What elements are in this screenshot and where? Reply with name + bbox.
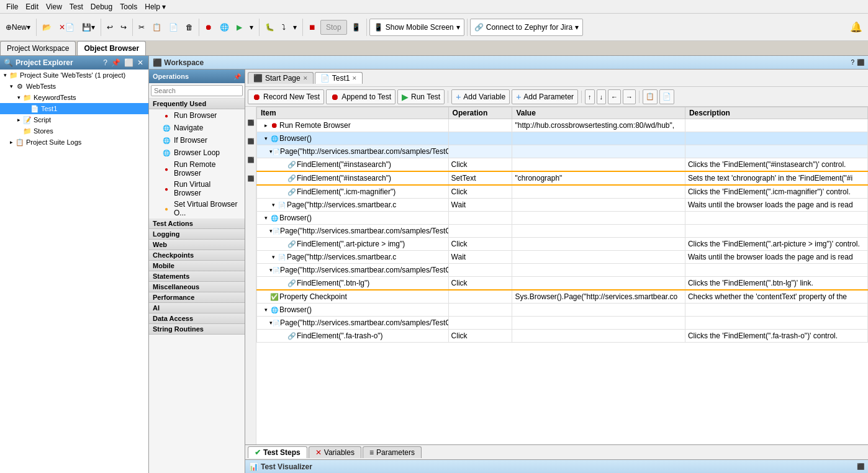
table-row[interactable]: ▾ 📄 Page("http://services.smartbear.c Wa…: [257, 251, 868, 264]
stop-icon-button[interactable]: ⏹: [305, 17, 319, 38]
table-row[interactable]: 🔗 FindElement(".btn-lg") Click Clicks th…: [257, 277, 868, 291]
tree-item-script[interactable]: ▸ 📝 Script: [0, 114, 148, 125]
move-down-btn[interactable]: ↓: [597, 89, 607, 104]
ops-section-test-actions[interactable]: Test Actions: [149, 218, 245, 229]
table-row[interactable]: ▾ 📄 Page("http://services.smartbear.com/…: [257, 317, 868, 330]
tab-test-steps[interactable]: ✔ Test Steps: [248, 446, 307, 458]
connect-button[interactable]: 🔗 Connect to Zephyr for Jira ▾: [470, 19, 583, 36]
table-row[interactable]: ▾ 🌐 Browser(): [257, 304, 868, 317]
tab-start-page[interactable]: ⬛ Start Page ✕: [248, 72, 314, 84]
col-operation[interactable]: Operation: [448, 107, 512, 119]
panel-help-btn[interactable]: ?: [102, 58, 109, 67]
ops-item-navigate[interactable]: 🌐 Navigate: [149, 122, 245, 134]
panel-pin-btn[interactable]: 📌: [110, 58, 122, 67]
close-button[interactable]: ✕📄: [56, 17, 78, 38]
append-to-test-btn[interactable]: ⏺ Append to Test: [326, 89, 396, 104]
table-row[interactable]: ▾ 🌐 Browser(): [257, 212, 868, 225]
ops-section-ai[interactable]: AI: [149, 303, 245, 313]
new-button[interactable]: ⊕ New ▾: [2, 17, 34, 38]
tree-item-suite[interactable]: ▾ 📁 Project Suite 'WebTests' (1 project): [0, 70, 148, 81]
table-row[interactable]: ▾ 📄 Page("http://services.smartbear.com/…: [257, 225, 868, 238]
ops-section-performance[interactable]: Performance: [149, 292, 245, 303]
ops-section-string-routines[interactable]: String Routines: [149, 324, 245, 335]
tree-item-logs[interactable]: ▸ 📋 Project Suite Logs: [0, 137, 148, 148]
menu-edit[interactable]: Edit: [22, 1, 42, 12]
move-right-btn[interactable]: →: [623, 89, 636, 104]
debug-button[interactable]: 🐛: [262, 17, 278, 38]
show-mobile-button[interactable]: 📱 Show Mobile Screen ▾: [369, 19, 464, 36]
table-row[interactable]: ▸ ⏺ Run Remote Browser "http://hub.cross…: [257, 119, 868, 132]
tree-expand-keyword[interactable]: ▾: [15, 94, 22, 101]
expand-icon[interactable]: ▾: [262, 307, 269, 313]
table-row[interactable]: ✅ Property Checkpoint Sys.Browser().Page…: [257, 290, 868, 304]
col-description[interactable]: Description: [685, 107, 867, 119]
expand-icon[interactable]: ▾: [262, 215, 269, 221]
step-over-button[interactable]: ⤵: [279, 17, 289, 38]
cut-button[interactable]: ✂: [135, 17, 148, 38]
table-row[interactable]: 🔗 FindElement(".art-picture > img") Clic…: [257, 238, 868, 251]
table-row[interactable]: ▾ 📄 Page("http://services.smartbear.c Wa…: [257, 199, 868, 212]
panel-close-btn[interactable]: ✕: [136, 58, 145, 67]
expand-icon[interactable]: ▾: [269, 202, 277, 208]
workspace-help[interactable]: ?: [851, 59, 854, 66]
menu-test[interactable]: Test: [66, 1, 87, 12]
start-page-close[interactable]: ✕: [303, 75, 308, 81]
ops-section-logging[interactable]: Logging: [149, 229, 245, 240]
menu-file[interactable]: File: [2, 1, 22, 12]
ops-item-run-virtual-browser[interactable]: ● Run Virtual Browser: [149, 179, 245, 199]
paste-step-btn[interactable]: 📄: [659, 89, 674, 104]
redo-button[interactable]: ↪: [117, 17, 130, 38]
workspace-expand[interactable]: ⬛: [857, 59, 864, 66]
ops-item-run-browser[interactable]: ● Run Browser: [149, 109, 245, 122]
table-row[interactable]: 🔗 FindElement(".icm-magnifier") Click Cl…: [257, 185, 868, 199]
copy-button[interactable]: 📋: [149, 17, 165, 38]
move-left-btn[interactable]: ←: [608, 89, 621, 104]
panel-maximize-btn[interactable]: ⬜: [123, 58, 135, 67]
ops-section-miscellaneous[interactable]: Miscellaneous: [149, 282, 245, 292]
run-dropdown[interactable]: ▾: [246, 17, 256, 38]
ops-item-run-remote-browser[interactable]: ● Run Remote Browser: [149, 159, 245, 179]
undo-button[interactable]: ↩: [104, 17, 116, 38]
test1-close[interactable]: ✕: [352, 75, 357, 81]
tab-parameters[interactable]: ≡ Parameters: [363, 446, 422, 458]
menu-view[interactable]: View: [42, 1, 66, 12]
ops-section-frequently-used[interactable]: Frequently Used: [149, 99, 245, 109]
ops-section-statements[interactable]: Statements: [149, 271, 245, 282]
ops-section-mobile[interactable]: Mobile: [149, 261, 245, 271]
bell-button[interactable]: 🔔: [847, 17, 866, 38]
menu-help[interactable]: Help ▾: [141, 1, 170, 12]
save-button[interactable]: 💾▾: [79, 17, 98, 38]
tab-variables[interactable]: ✕ Variables: [309, 446, 361, 458]
mobile-icon-button[interactable]: 📱: [348, 17, 364, 38]
menu-debug[interactable]: Debug: [87, 1, 116, 12]
table-row[interactable]: ▾ 📄 Page("http://services.smartbear.com/…: [257, 145, 868, 158]
tab-test1[interactable]: 📄 Test1 ✕: [315, 72, 363, 84]
tree-expand-webtests[interactable]: ▾: [7, 83, 15, 89]
move-up-btn[interactable]: ↑: [585, 89, 595, 104]
expand-icon[interactable]: ▾: [262, 135, 269, 142]
table-row[interactable]: 🔗 FindElement(".fa-trash-o") Click Click…: [257, 330, 868, 343]
ops-item-set-virtual-browser[interactable]: ● Set Virtual Browser O...: [149, 199, 245, 218]
ops-section-data-access[interactable]: Data Access: [149, 313, 245, 324]
expand-icon[interactable]: ▸: [262, 122, 269, 128]
paste-button[interactable]: 📄: [166, 17, 181, 38]
col-item[interactable]: Item: [257, 107, 449, 119]
tree-item-test1[interactable]: 📄 Test1: [0, 103, 148, 114]
test-viz-expand[interactable]: ⬛: [857, 463, 864, 470]
tree-item-keywordtests[interactable]: ▾ 📁 KeywordTests: [0, 92, 148, 103]
tree-expand-suite[interactable]: ▾: [1, 72, 9, 78]
col-value[interactable]: Value: [512, 107, 685, 119]
ops-search-input[interactable]: [151, 85, 243, 96]
table-row[interactable]: ▾ 🌐 Browser(): [257, 132, 868, 145]
table-row[interactable]: 🔗 FindElement("#instasearch") Click Clic…: [257, 158, 868, 172]
virtual-button[interactable]: 🌐: [217, 17, 232, 38]
add-variable-btn[interactable]: + Add Variable: [451, 89, 510, 104]
stop-button[interactable]: Stop: [320, 20, 347, 35]
add-parameter-btn[interactable]: + Add Parameter: [512, 89, 578, 104]
expand-icon[interactable]: ▾: [269, 254, 277, 260]
tree-item-webtests[interactable]: ▾ ⚙ WebTests: [0, 81, 148, 92]
tree-expand-logs[interactable]: ▸: [7, 139, 15, 145]
run-button[interactable]: ▶: [233, 17, 245, 38]
record-button[interactable]: ⏺: [202, 17, 215, 38]
copy-step-btn[interactable]: 📋: [643, 89, 658, 104]
